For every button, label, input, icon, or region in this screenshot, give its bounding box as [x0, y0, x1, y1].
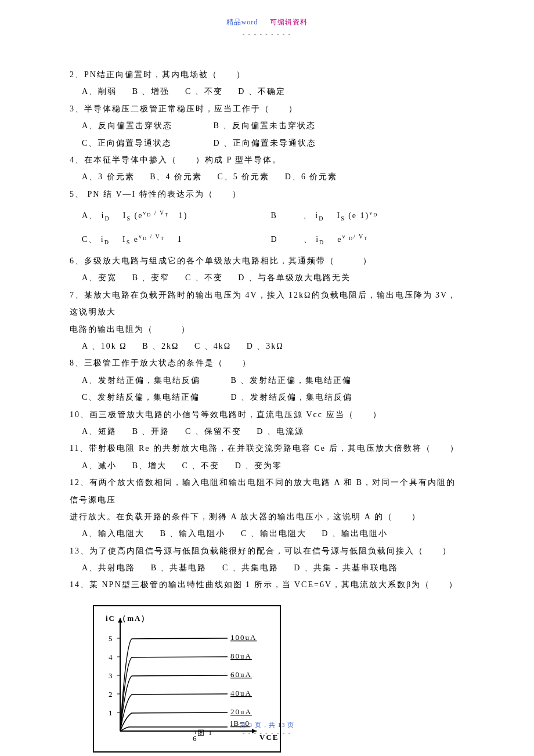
q12-opt-b: B 、输入电阻小	[160, 525, 226, 542]
chart-ytick-4: 4	[109, 653, 114, 661]
q8-opt-c: C、发射结反偏，集电结正偏	[82, 389, 215, 406]
q4-opt-c: C、5 价元素	[217, 168, 269, 185]
series-label-40uA: 40uA	[230, 689, 252, 697]
q3-opt-d: D 、正向偏置未导通状态	[214, 135, 317, 151]
q13-stem: 13、为了使高内阻信号源与低阻负载能很好的配合，可以在信号源与低阻负载间接入（ …	[70, 542, 464, 559]
q8-options-row2: C、发射结反偏，集电结正偏 D 、发射结反偏，集电结反偏	[82, 389, 464, 406]
q8-stem: 8、三极管工作于放大状态的条件是（ ）	[70, 355, 464, 371]
q5-opt-b: B 、 iD IS (e 1)vD	[271, 205, 457, 226]
q4-stem: 4、在本征半导体中掺入（ ）构成 P 型半导体。	[70, 151, 464, 168]
q8-opt-a: A、发射结正偏，集电结反偏	[82, 372, 215, 389]
q4-opt-d: D、6 价元素	[285, 168, 338, 185]
q10-opt-d: D 、电流源	[257, 423, 304, 440]
q7-opt-a: A 、10k Ω	[82, 338, 127, 355]
q7-opt-d: D 、3kΩ	[247, 338, 284, 355]
q4-opt-a: A、3 价元素	[82, 168, 135, 185]
q5-stem: 5、 PN 结 V—I 特性的表达示为（ ）	[70, 186, 464, 202]
q2-opt-a: A、削弱	[82, 83, 117, 100]
footer: 第 3 页，共 13 页	[0, 721, 534, 729]
q2-opt-c: C 、不变	[185, 83, 223, 100]
q13-opt-b: B 、共基电路	[151, 559, 207, 576]
q5-formula-row2: C、 iD IS evD / VT 1 D 、 iD ev D/ VT	[82, 229, 464, 250]
q8-options-row1: A、发射结正偏，集电结反偏 B 、发射结正偏，集电结正偏	[82, 372, 464, 389]
q6-opt-a: A、变宽	[82, 269, 117, 286]
q12-stem-line1: 12、有两个放大倍数相同，输入电阻和输出电阻不同的放大电路 A 和 B，对同一个…	[70, 474, 464, 508]
q6-opt-c: C 、不变	[185, 269, 223, 286]
q11-opt-b: B、增大	[132, 457, 167, 474]
header: 精品word 可编辑资料	[70, 17, 464, 27]
series-label-60uA: 60uA	[230, 670, 252, 679]
chart-ytick-3: 3	[109, 671, 114, 680]
q7-opt-c: C 、4kΩ	[194, 338, 231, 355]
q14-stem: 14、某 NPN型三极管的输出特性曲线如图 1 所示，当 VCE=6V，其电流放…	[70, 576, 464, 593]
q4-options: A、3 价元素 B、4 价元素 C、5 价元素 D、6 价元素	[82, 168, 464, 185]
q3-opt-b: B 、反向偏置未击穿状态	[214, 117, 316, 134]
q7-options: A 、10k Ω B 、2kΩ C 、4kΩ D 、3kΩ	[82, 338, 464, 355]
q2-stem: 2、PN结正向偏置时，其内电场被（ ）	[70, 66, 464, 83]
q11-opt-c: C 、不变	[182, 457, 219, 474]
q7-opt-b: B 、2kΩ	[142, 338, 179, 355]
q6-stem: 6、多级放大电路与组成它的各个单级放大电路相比，其通频带（ ）	[70, 252, 464, 269]
q12-opt-d: D 、输出电阻小	[322, 525, 388, 542]
chart-ytick-2: 2	[109, 690, 114, 699]
series-label-100uA: 100uA	[230, 633, 257, 642]
q5-opt-c: C、 iD IS evD / VT 1	[82, 229, 268, 250]
q7-stem-line1: 7、某放大电路在负载开路时的输出电压为 4V，接入 12kΩ的负载电阻后，输出电…	[70, 287, 464, 321]
q13-options: A、共射电路 B 、共基电路 C 、共集电路 D 、共集 - 共基串联电路	[82, 559, 464, 576]
q12-stem-line2: 进行放大。在负载开路的条件下，测得 A 放大器的输出电压小，这说明 A 的（ ）	[70, 508, 464, 525]
q5-formula-row1: A、 iD IS (evD / VT 1) B 、 iD IS (e 1)vD	[82, 205, 464, 226]
q11-options: A、减小 B、增大 C 、不变 D 、变为零	[82, 457, 464, 474]
chart-ylabel: iC （mA）	[106, 614, 150, 623]
q6-options: A、变宽 B 、变窄 C 、不变 D 、与各单级放大电路无关	[82, 269, 464, 286]
q3-opt-a: A、反向偏置击穿状态	[82, 117, 198, 134]
series-label-20uA: 20uA	[230, 707, 252, 716]
q10-opt-a: A、短路	[82, 423, 117, 440]
q11-stem: 11、带射极电阻 Re 的共射放大电路，在并联交流旁路电容 Ce 后，其电压放大…	[70, 440, 464, 457]
series-label-80uA: 80uA	[230, 652, 252, 660]
q10-options: A、短路 B 、开路 C 、保留不变 D 、电流源	[82, 423, 464, 440]
q2-options: A、削弱 B 、增强 C 、不变 D 、不确定	[82, 83, 464, 100]
q6-opt-d: D 、与各单级放大电路无关	[238, 269, 351, 286]
q11-opt-a: A、减小	[82, 457, 117, 474]
chart-ytick-1: 1	[109, 708, 114, 717]
q3-opt-c: C、正向偏置导通状态	[82, 135, 198, 151]
q4-opt-b: B、4 价元素	[150, 168, 202, 185]
q3-options-row2: C、正向偏置导通状态 D 、正向偏置未导通状态	[82, 135, 464, 151]
q3-stem: 3、半导体稳压二极管正常稳压时，应当工作于（ ）	[70, 100, 464, 117]
q2-opt-d: D 、不确定	[238, 83, 286, 100]
header-right: 可编辑资料	[270, 18, 308, 26]
q8-opt-b: B 、发射结正偏，集电结正偏	[231, 372, 352, 389]
header-divider: - - - - - - - - -	[70, 31, 464, 37]
q12-options: A、输入电阻大 B 、输入电阻小 C 、输出电阻大 D 、输出电阻小	[82, 525, 464, 542]
q10-opt-c: C 、保留不变	[185, 423, 241, 440]
q12-opt-a: A、输入电阻大	[82, 525, 145, 542]
chart-ytick-5: 5	[109, 634, 114, 643]
q13-opt-c: C 、共集电路	[222, 559, 279, 576]
content: 2、PN结正向偏置时，其内电场被（ ） A、削弱 B 、增强 C 、不变 D 、…	[70, 66, 464, 756]
document-page: 精品word 可编辑资料 - - - - - - - - - 2、PN结正向偏置…	[0, 0, 534, 756]
footer-divider: - - - - - - - - -	[0, 730, 534, 736]
q13-opt-d: D 、共集 - 共基串联电路	[294, 559, 398, 576]
q5-opt-a: A、 iD IS (evD / VT 1)	[82, 205, 268, 226]
q10-stem: 10、画三极管放大电路的小信号等效电路时，直流电压源 Vcc 应当（ ）	[70, 406, 464, 423]
q8-opt-d: D 、发射结反偏，集电结反偏	[231, 389, 353, 406]
q13-opt-a: A、共射电路	[82, 559, 135, 576]
q12-opt-c: C 、输出电阻大	[241, 525, 306, 542]
q10-opt-b: B 、开路	[132, 423, 170, 440]
q3-options-row1: A、反向偏置击穿状态 B 、反向偏置未击穿状态	[82, 117, 464, 134]
q11-opt-d: D 、变为零	[235, 457, 283, 474]
q5-opt-d: D 、 iD ev D/ VT	[271, 229, 457, 250]
header-left: 精品word	[226, 18, 258, 26]
q2-opt-b: B 、增强	[132, 83, 170, 100]
q6-opt-b: B 、变窄	[132, 269, 170, 286]
q7-stem-line2: 电路的输出电阻为（ ）	[70, 321, 464, 338]
